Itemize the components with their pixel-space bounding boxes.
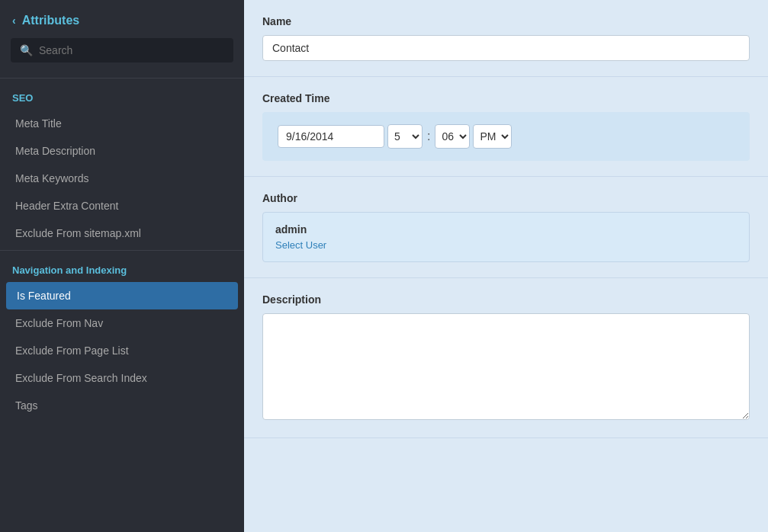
author-block: admin Select User [262,212,750,262]
created-date-input[interactable] [278,125,384,148]
name-label: Name [262,15,750,27]
attributes-back-link[interactable]: ‹ Attributes [0,0,244,38]
search-input[interactable] [39,44,224,56]
created-time-field-block: Created Time 5 1234 6789 101112 : 06 000… [244,77,768,177]
sidebar-item-tags[interactable]: Tags [0,392,244,419]
created-hour-select[interactable]: 5 1234 6789 101112 [387,124,423,149]
sidebar-item-header-extra-content[interactable]: Header Extra Content [0,192,244,220]
time-row: 5 1234 6789 101112 : 06 00051015 2025303… [262,112,750,161]
sidebar-item-meta-title[interactable]: Meta Title [0,110,244,137]
sidebar-item-exclude-from-nav[interactable]: Exclude From Nav [0,309,244,337]
sidebar-item-meta-description[interactable]: Meta Description [0,137,244,165]
description-textarea[interactable] [262,313,750,420]
sidebar-section-navigation: Navigation and Indexing [0,260,244,282]
search-icon: 🔍 [20,44,33,56]
description-field-block: Description [244,278,768,438]
sidebar-section-seo: SEO [0,88,244,110]
author-field-block: Author admin Select User [244,177,768,278]
sidebar: ‹ Attributes 🔍 SEO Meta Title Meta Descr… [0,0,244,532]
author-label: Author [262,192,750,204]
time-colon-separator: : [426,130,432,143]
sidebar-item-is-featured[interactable]: Is Featured [6,282,238,309]
name-input[interactable] [262,35,750,61]
created-time-label: Created Time [262,92,750,104]
sidebar-item-exclude-from-search-index[interactable]: Exclude From Search Index [0,364,244,392]
back-arrow-icon: ‹ [12,14,16,27]
select-user-link[interactable]: Select User [275,239,326,251]
created-minute-select[interactable]: 06 00051015 20253035 40455055 [435,124,470,149]
description-label: Description [262,293,750,306]
sidebar-item-exclude-from-page-list[interactable]: Exclude From Page List [0,337,244,364]
main-content: Name Created Time 5 1234 6789 101112 : 0… [244,0,768,532]
created-ampm-select[interactable]: PM AM [473,124,512,149]
search-container: 🔍 [11,38,233,62]
name-field-block: Name [244,0,768,77]
sidebar-title: Attributes [22,14,80,27]
sidebar-item-exclude-sitemap[interactable]: Exclude From sitemap.xml [0,220,244,247]
sidebar-divider-seo [0,250,244,251]
sidebar-item-meta-keywords[interactable]: Meta Keywords [0,165,244,192]
sidebar-divider-top [0,78,244,79]
author-name: admin [275,223,737,236]
